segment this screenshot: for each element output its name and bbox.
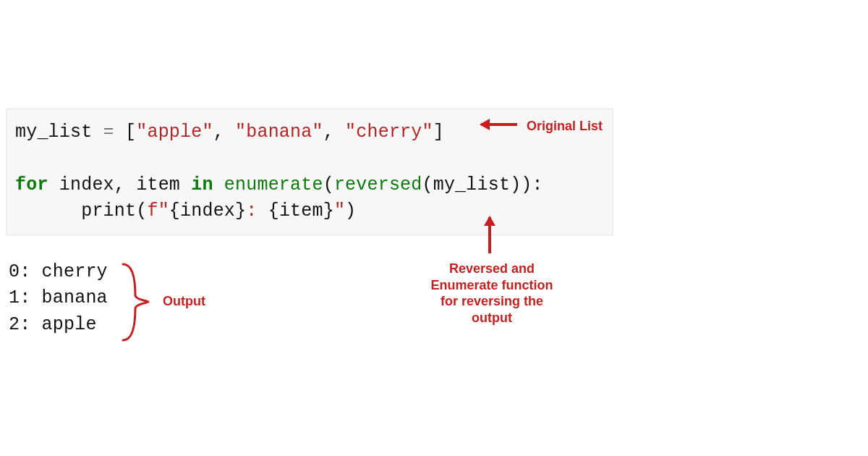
output-line-1: 0: cherry	[9, 261, 108, 282]
brace-close-2: }	[323, 200, 334, 221]
print-open: (	[136, 200, 147, 221]
paren-open-2: (	[422, 174, 433, 195]
brace-icon	[119, 261, 156, 344]
code-line-3: for index, item in enumerate(reversed(my…	[15, 174, 543, 195]
colon: :	[532, 174, 543, 195]
annotation-original-list: Original List	[527, 118, 603, 135]
comma-2: ,	[323, 122, 345, 143]
str-apple: "apple"	[136, 122, 213, 143]
fn-print: print	[81, 200, 136, 221]
brace-open-1: {	[169, 200, 180, 221]
output-line-2: 1: banana	[9, 287, 108, 308]
fstr-index: index	[180, 200, 235, 221]
annotation-output: Output	[163, 293, 205, 310]
arg-my_list: my_list	[433, 174, 510, 195]
paren-close-2: )	[510, 174, 521, 195]
fstr-close: "	[334, 200, 345, 221]
output-block: 0: cherry 1: banana 2: apple	[9, 259, 108, 338]
kw-for: for	[15, 174, 48, 195]
paren-close-1: )	[521, 174, 532, 195]
paren-open-1: (	[323, 174, 334, 195]
print-close: )	[345, 200, 356, 221]
space	[213, 174, 224, 195]
fstr-mid: :	[246, 200, 268, 221]
indent	[15, 200, 81, 221]
output-line-3: 2: apple	[9, 314, 97, 335]
comma-args: ,	[114, 174, 136, 195]
var-item: item	[136, 174, 191, 195]
fstr-item: item	[279, 200, 323, 221]
brace-open-2: {	[268, 200, 279, 221]
fstr-open: f"	[147, 200, 169, 221]
brace-close-1: }	[235, 200, 246, 221]
annotation-reversed: Reversed and Enumerate function for reve…	[427, 261, 557, 326]
str-banana: "banana"	[235, 122, 323, 143]
kw-in: in	[191, 174, 213, 195]
code-line-1: my_list = ["apple", "banana", "cherry"]	[15, 122, 444, 143]
bracket-open: [	[125, 122, 136, 143]
fn-reversed: reversed	[334, 174, 422, 195]
var-index: index	[48, 174, 114, 195]
comma-1: ,	[213, 122, 235, 143]
assign-op: =	[92, 122, 125, 143]
code-line-4: print(f"{index}: {item}")	[15, 200, 356, 221]
arrow-left-icon	[481, 123, 517, 126]
var-my_list: my_list	[15, 122, 92, 143]
arrow-up-icon	[488, 217, 491, 253]
fn-enumerate: enumerate	[224, 174, 323, 195]
code-block: my_list = ["apple", "banana", "cherry"] …	[6, 109, 613, 235]
str-cherry: "cherry"	[345, 122, 433, 143]
bracket-close: ]	[433, 122, 444, 143]
